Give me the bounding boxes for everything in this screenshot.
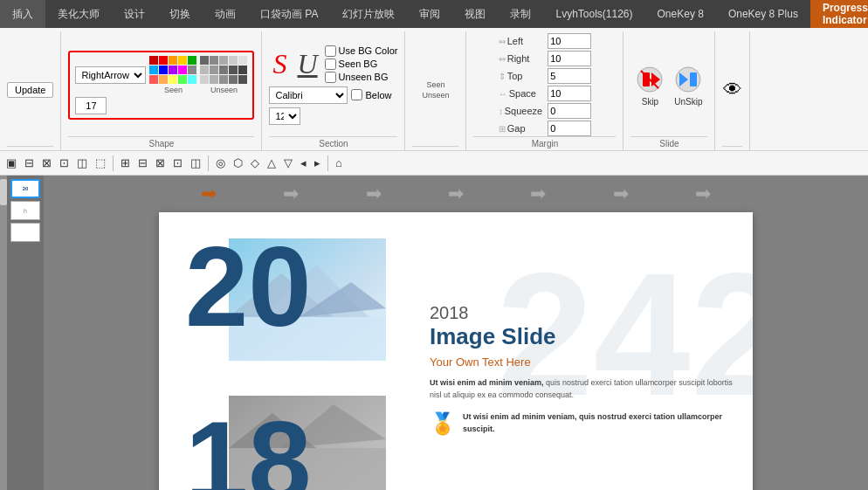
seen-color-cell[interactable] bbox=[169, 56, 177, 65]
unseen-color-cell[interactable] bbox=[200, 56, 209, 65]
unseen-color-cell[interactable] bbox=[210, 75, 218, 84]
tab-pocket[interactable]: 口袋动画 PA bbox=[248, 0, 330, 28]
seen-s-button[interactable]: S bbox=[269, 50, 290, 78]
tab-review[interactable]: 审阅 bbox=[407, 0, 452, 28]
toolbar-btn-17[interactable]: ◂ bbox=[298, 155, 309, 171]
seen-color-cell[interactable] bbox=[169, 66, 177, 74]
shape-dropdown[interactable]: RightArrow LeftArrow Circle bbox=[75, 66, 146, 84]
tab-record[interactable]: 录制 bbox=[498, 0, 543, 28]
slide-thumb-2[interactable]: h bbox=[10, 201, 40, 220]
tab-view[interactable]: 视图 bbox=[452, 0, 498, 28]
unseen-color-cell[interactable] bbox=[219, 56, 228, 65]
seen-color-cell[interactable] bbox=[188, 56, 196, 65]
skip-button[interactable]: Skip bbox=[634, 64, 665, 107]
progress-arrow-1[interactable]: ➡ bbox=[201, 183, 217, 205]
tab-insert[interactable]: 插入 bbox=[0, 0, 45, 28]
unskip-button[interactable]: UnSkip bbox=[672, 64, 704, 107]
shape-number-input[interactable]: 17 bbox=[75, 97, 107, 114]
unseen-bg-checkbox[interactable] bbox=[325, 72, 336, 83]
seen-color-cell[interactable] bbox=[188, 75, 196, 84]
right-margin-input[interactable]: 10 bbox=[548, 51, 591, 66]
unseen-color-cell[interactable] bbox=[200, 66, 209, 74]
seen-color-cell[interactable] bbox=[149, 75, 158, 84]
eye-icon[interactable]: 👁 bbox=[723, 79, 742, 101]
toolbar-btn-1[interactable]: ▣ bbox=[3, 155, 19, 171]
update-button[interactable]: Update bbox=[7, 82, 53, 98]
toolbar-btn-16[interactable]: ▽ bbox=[281, 155, 295, 171]
toolbar-btn-6[interactable]: ⬚ bbox=[93, 155, 108, 171]
slide-thumb-1[interactable]: 20 bbox=[10, 179, 40, 198]
below-checkbox[interactable] bbox=[351, 89, 362, 100]
scrollbar-track[interactable] bbox=[0, 176, 7, 490]
progress-arrow-4[interactable]: ➡ bbox=[448, 183, 464, 205]
toolbar-btn-15[interactable]: △ bbox=[265, 155, 279, 171]
progress-arrow-5[interactable]: ➡ bbox=[530, 183, 546, 205]
seen-color-cell[interactable] bbox=[149, 56, 158, 65]
unseen-u-button[interactable]: U bbox=[293, 50, 320, 78]
unseen-color-cell[interactable] bbox=[219, 75, 228, 84]
unseen-color-cell[interactable] bbox=[238, 75, 247, 84]
scrollbar-thumb[interactable] bbox=[0, 179, 7, 205]
seen-color-cell[interactable] bbox=[188, 66, 196, 74]
toolbar-btn-19[interactable]: ⌂ bbox=[333, 155, 345, 171]
toolbar-btn-4[interactable]: ⊡ bbox=[57, 155, 72, 171]
tab-switch[interactable]: 切换 bbox=[157, 0, 203, 28]
unseen-color-cell[interactable] bbox=[210, 56, 218, 65]
top-margin-input[interactable]: 5 bbox=[548, 68, 591, 84]
toolbar-btn-7[interactable]: ⊞ bbox=[118, 155, 133, 171]
tab-animation[interactable]: 动画 bbox=[203, 0, 248, 28]
unseen-color-cell[interactable] bbox=[229, 75, 238, 84]
progress-arrow-6[interactable]: ➡ bbox=[613, 183, 629, 205]
toolbar-btn-3[interactable]: ⊠ bbox=[39, 155, 54, 171]
toolbar-btn-13[interactable]: ⬡ bbox=[231, 155, 245, 171]
space-margin-input[interactable]: 10 bbox=[548, 86, 591, 101]
toolbar-btn-8[interactable]: ⊟ bbox=[135, 155, 150, 171]
seen-color-cell[interactable] bbox=[159, 56, 168, 65]
tab-progress-indicator[interactable]: Progress Indicator bbox=[810, 0, 868, 28]
unseen-color-cell[interactable] bbox=[238, 66, 247, 74]
toolbar-sep-2 bbox=[208, 155, 209, 171]
unseen-color-cell[interactable] bbox=[219, 66, 228, 74]
toolbar-btn-18[interactable]: ▸ bbox=[312, 155, 323, 171]
gap-margin-input[interactable]: 0 bbox=[548, 121, 591, 136]
use-bg-color-checkbox[interactable] bbox=[325, 45, 336, 57]
tab-beautify[interactable]: 美化大师 bbox=[45, 0, 112, 28]
progress-arrow-7[interactable]: ➡ bbox=[695, 183, 711, 205]
seen-bg-checkbox[interactable] bbox=[325, 59, 336, 70]
toolbar-btn-5[interactable]: ◫ bbox=[74, 155, 90, 171]
tab-lvyh[interactable]: LvyhTools(1126) bbox=[543, 0, 644, 28]
font-size-dropdown[interactable]: 12 bbox=[269, 107, 300, 125]
toolbar-btn-10[interactable]: ⊡ bbox=[170, 155, 185, 171]
unseen-color-grid[interactable] bbox=[200, 56, 247, 84]
seen-color-grid[interactable] bbox=[149, 56, 196, 84]
seen-color-cell[interactable] bbox=[159, 66, 168, 74]
seen-color-cell[interactable] bbox=[149, 66, 158, 74]
tab-onekey8[interactable]: OneKey 8 bbox=[645, 0, 716, 28]
unseen-color-cell[interactable] bbox=[229, 66, 238, 74]
seen-color-cell[interactable] bbox=[178, 66, 187, 74]
unseen-color-cell[interactable] bbox=[210, 66, 218, 74]
seen-color-cell[interactable] bbox=[159, 75, 168, 84]
progress-arrow-3[interactable]: ➡ bbox=[366, 183, 382, 205]
left-margin-input[interactable]: 10 bbox=[548, 33, 591, 49]
progress-arrow-2[interactable]: ➡ bbox=[283, 183, 299, 205]
tab-onekey8plus[interactable]: OneKey 8 Plus bbox=[716, 0, 810, 28]
font-dropdown[interactable]: Calibri bbox=[269, 86, 348, 104]
squeeze-margin-input[interactable]: 0 bbox=[548, 103, 591, 119]
main-area: 20 h ➡ ➡ ➡ ➡ ➡ ➡ ➡ 20 bbox=[0, 176, 868, 490]
toolbar-btn-2[interactable]: ⊟ bbox=[22, 155, 37, 171]
tab-slideshow[interactable]: 幻灯片放映 bbox=[330, 0, 407, 28]
slide-thumb-3[interactable] bbox=[10, 223, 40, 242]
toolbar-btn-9[interactable]: ⊠ bbox=[153, 155, 168, 171]
unseen-color-cell[interactable] bbox=[238, 56, 247, 65]
tab-design[interactable]: 设计 bbox=[112, 0, 157, 28]
toolbar-btn-11[interactable]: ◫ bbox=[188, 155, 203, 171]
unseen-color-cell[interactable] bbox=[200, 75, 209, 84]
section-checkboxes: Use BG Color Seen BG Unseen BG bbox=[325, 45, 398, 83]
toolbar-btn-14[interactable]: ◇ bbox=[248, 155, 262, 171]
unseen-color-cell[interactable] bbox=[229, 56, 238, 65]
seen-color-cell[interactable] bbox=[178, 75, 187, 84]
seen-color-cell[interactable] bbox=[169, 75, 177, 84]
toolbar-btn-12[interactable]: ◎ bbox=[213, 155, 228, 171]
seen-color-cell[interactable] bbox=[178, 56, 187, 65]
